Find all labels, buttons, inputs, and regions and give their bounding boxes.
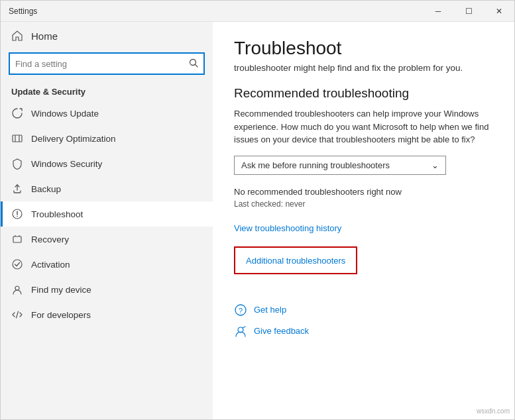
sidebar-item-windows-update[interactable]: Windows Update [1, 101, 213, 126]
windows-security-icon [11, 158, 23, 170]
search-box[interactable] [9, 52, 205, 75]
recommended-heading: Recommended troubleshooting [234, 86, 493, 101]
sidebar-item-for-developers[interactable]: For developers [1, 302, 213, 327]
svg-point-12 [15, 286, 19, 290]
sidebar-item-label: Troubleshoot [31, 209, 83, 219]
sidebar-item-label: Find my device [31, 285, 91, 295]
sidebar-item-troubleshoot[interactable]: Troubleshoot [1, 201, 213, 227]
svg-line-1 [196, 64, 198, 67]
search-input[interactable] [15, 59, 189, 69]
titlebar-controls: ─ ☐ ✕ [423, 1, 514, 21]
sidebar-section-title: Update & Security [1, 83, 213, 101]
sidebar-item-label: Activation [31, 260, 70, 270]
windows-update-icon [11, 107, 23, 119]
sidebar-item-delivery-optimization[interactable]: Delivery Optimization [1, 126, 213, 151]
svg-line-17 [243, 327, 245, 328]
sidebar-item-label: Windows Update [31, 109, 99, 119]
get-help-icon: ? [234, 303, 247, 317]
additional-troubleshooters-link[interactable]: Additional troubleshooters [246, 256, 345, 266]
svg-line-13 [17, 311, 19, 318]
sidebar-item-label: Delivery Optimization [31, 134, 116, 144]
home-icon [11, 30, 23, 42]
activation-icon [11, 258, 23, 270]
recovery-icon [11, 233, 23, 245]
page-title: Troubleshoot [234, 38, 493, 59]
last-checked-text: Last checked: never [234, 199, 493, 209]
dropdown-label: Ask me before running troubleshooters [241, 160, 390, 170]
settings-window: Settings ─ ☐ ✕ Home [0, 0, 515, 420]
sidebar-item-windows-security[interactable]: Windows Security [1, 151, 213, 176]
sidebar-item-label: For developers [31, 310, 91, 320]
svg-rect-2 [13, 135, 22, 142]
sidebar-item-home[interactable]: Home [1, 22, 213, 50]
main-content: Troubleshoot troubleshooter might help f… [213, 22, 514, 419]
delivery-optimization-icon [11, 132, 23, 144]
sidebar-item-label: Recovery [31, 235, 69, 244]
no-recommended-text: No recommended troubleshooters right now [234, 187, 493, 197]
troubleshoot-icon [11, 208, 23, 220]
maximize-button[interactable]: ☐ [453, 1, 484, 22]
view-history-link[interactable]: View troubleshooting history [234, 223, 341, 233]
svg-text:?: ? [239, 307, 243, 315]
get-help-item[interactable]: ? Get help [234, 303, 493, 317]
close-button[interactable]: ✕ [484, 1, 514, 22]
sidebar-item-label: Backup [31, 184, 61, 194]
sidebar-item-recovery[interactable]: Recovery [1, 227, 213, 252]
additional-troubleshooters-box[interactable]: Additional troubleshooters [234, 246, 357, 274]
svg-rect-8 [13, 236, 21, 242]
watermark: wsxdn.com [477, 407, 510, 415]
svg-point-11 [13, 260, 22, 269]
backup-icon [11, 183, 23, 195]
recommended-desc: Recommended troubleshooters can help imp… [234, 107, 493, 146]
give-feedback-link[interactable]: Give feedback [254, 326, 309, 336]
sidebar-item-find-my-device[interactable]: Find my device [1, 277, 213, 302]
troubleshooter-dropdown[interactable]: Ask me before running troubleshooters ⌄ [234, 156, 446, 175]
give-feedback-item[interactable]: Give feedback [234, 325, 493, 338]
sidebar: Home Update & Security [1, 22, 213, 419]
main-subtitle: troubleshooter might help find and fix t… [234, 63, 493, 73]
sidebar-home-label: Home [31, 30, 58, 42]
svg-point-7 [17, 216, 18, 217]
sidebar-item-backup[interactable]: Backup [1, 176, 213, 201]
titlebar-title: Settings [9, 7, 37, 16]
sidebar-item-label: Windows Security [31, 159, 102, 169]
chevron-down-icon: ⌄ [431, 160, 439, 170]
search-icon [189, 58, 198, 70]
content-area: Home Update & Security [1, 22, 514, 419]
get-help-link[interactable]: Get help [254, 305, 286, 315]
sidebar-item-activation[interactable]: Activation [1, 252, 213, 277]
minimize-button[interactable]: ─ [423, 1, 453, 22]
find-my-device-icon [11, 284, 23, 295]
for-developers-icon [11, 309, 23, 321]
titlebar: Settings ─ ☐ ✕ [1, 1, 514, 22]
give-feedback-icon [234, 325, 247, 338]
